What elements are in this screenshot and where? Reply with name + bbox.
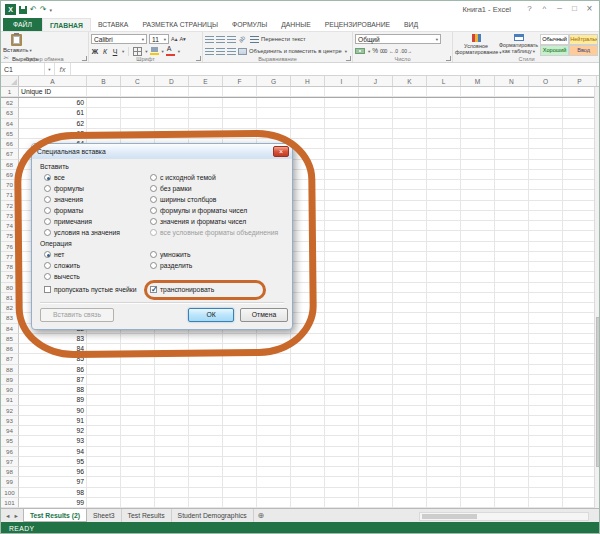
radio-option-нет[interactable]: нет: [44, 249, 80, 260]
cell[interactable]: [291, 262, 325, 272]
cell[interactable]: [291, 211, 325, 221]
cell[interactable]: [393, 231, 427, 241]
cell[interactable]: [155, 406, 189, 416]
cell[interactable]: [427, 303, 461, 313]
cell[interactable]: [563, 108, 597, 118]
cell[interactable]: [359, 129, 393, 139]
cell[interactable]: [291, 406, 325, 416]
cell[interactable]: [359, 416, 393, 426]
cell[interactable]: [223, 354, 257, 364]
cell[interactable]: [529, 87, 563, 97]
cell[interactable]: [359, 313, 393, 323]
cell[interactable]: [563, 365, 597, 375]
cell[interactable]: [325, 211, 359, 221]
cell[interactable]: [223, 108, 257, 118]
row-header-100[interactable]: 100: [1, 488, 19, 498]
wrap-text-button[interactable]: Перенести текст: [261, 36, 306, 42]
cell[interactable]: [189, 447, 223, 457]
name-box-dropdown-icon[interactable]: [45, 63, 55, 75]
cell[interactable]: [563, 190, 597, 200]
cell[interactable]: [529, 385, 563, 395]
radio-option-без рамки[interactable]: без рамки: [150, 183, 278, 194]
cell[interactable]: [495, 344, 529, 354]
row-header-74[interactable]: 74: [1, 221, 19, 231]
row-header-82[interactable]: 82: [1, 303, 19, 313]
borders-icon[interactable]: [133, 47, 142, 56]
cell[interactable]: [325, 416, 359, 426]
cell[interactable]: [495, 395, 529, 405]
cell[interactable]: [563, 221, 597, 231]
cell[interactable]: [563, 170, 597, 180]
ribbon-tab-РЕЦЕНЗИРОВАНИЕ[interactable]: РЕЦЕНЗИРОВАНИЕ: [318, 18, 397, 31]
cell[interactable]: [359, 201, 393, 211]
cell[interactable]: [325, 354, 359, 364]
cell[interactable]: [393, 467, 427, 477]
cell[interactable]: [87, 385, 121, 395]
cell[interactable]: [223, 498, 257, 508]
cell[interactable]: [359, 252, 393, 262]
name-box[interactable]: C1: [1, 63, 45, 75]
cell[interactable]: [359, 170, 393, 180]
close-icon[interactable]: [582, 2, 597, 16]
cell[interactable]: [223, 467, 257, 477]
cell[interactable]: [121, 129, 155, 139]
cell[interactable]: [563, 436, 597, 446]
cell[interactable]: [325, 139, 359, 149]
row-header-63[interactable]: 63: [1, 108, 19, 118]
cell[interactable]: [393, 313, 427, 323]
cell-style-Обычный[interactable]: Обычный: [540, 34, 569, 45]
row-header-69[interactable]: 69: [1, 170, 19, 180]
row-header-80[interactable]: 80: [1, 283, 19, 293]
cell[interactable]: [121, 477, 155, 487]
cell[interactable]: [223, 436, 257, 446]
cell[interactable]: [427, 293, 461, 303]
cell[interactable]: [359, 354, 393, 364]
cell[interactable]: [155, 354, 189, 364]
cell[interactable]: [87, 375, 121, 385]
cell[interactable]: [393, 416, 427, 426]
vertical-scrollbar-thumb[interactable]: [596, 317, 600, 467]
cell[interactable]: [461, 98, 495, 108]
cell[interactable]: [189, 87, 223, 97]
cell[interactable]: [563, 139, 597, 149]
cell[interactable]: [189, 365, 223, 375]
cell[interactable]: [223, 365, 257, 375]
cell[interactable]: [325, 190, 359, 200]
cell[interactable]: [223, 477, 257, 487]
row-header-87[interactable]: 87: [1, 354, 19, 364]
row-header-77[interactable]: 77: [1, 252, 19, 262]
cell-A96[interactable]: 94: [19, 447, 87, 457]
dialog-title-bar[interactable]: Специальная вставка: [32, 144, 292, 159]
cell[interactable]: [461, 87, 495, 97]
cell[interactable]: [257, 129, 291, 139]
cell[interactable]: [427, 365, 461, 375]
cell[interactable]: [427, 426, 461, 436]
font-color-icon[interactable]: [166, 47, 175, 56]
cell[interactable]: [257, 334, 291, 344]
cell[interactable]: [189, 406, 223, 416]
cell[interactable]: [257, 365, 291, 375]
cell[interactable]: [495, 129, 529, 139]
cell[interactable]: [87, 334, 121, 344]
cell[interactable]: [461, 406, 495, 416]
cell[interactable]: [291, 303, 325, 313]
cell[interactable]: [325, 467, 359, 477]
cell[interactable]: [427, 283, 461, 293]
cell[interactable]: [359, 211, 393, 221]
cell-A85[interactable]: 83: [19, 334, 87, 344]
cell[interactable]: [87, 498, 121, 508]
cell[interactable]: [359, 334, 393, 344]
row-header-71[interactable]: 71: [1, 190, 19, 200]
column-header-A[interactable]: A: [19, 76, 87, 86]
cell[interactable]: [461, 416, 495, 426]
cell[interactable]: [427, 231, 461, 241]
cell[interactable]: [121, 416, 155, 426]
cell[interactable]: [121, 436, 155, 446]
cell[interactable]: [563, 467, 597, 477]
cell[interactable]: [189, 498, 223, 508]
cell[interactable]: [461, 139, 495, 149]
ok-button[interactable]: ОК: [188, 308, 234, 322]
radio-option-значения[interactable]: значения: [44, 194, 120, 205]
cell[interactable]: [461, 190, 495, 200]
cell[interactable]: [495, 488, 529, 498]
